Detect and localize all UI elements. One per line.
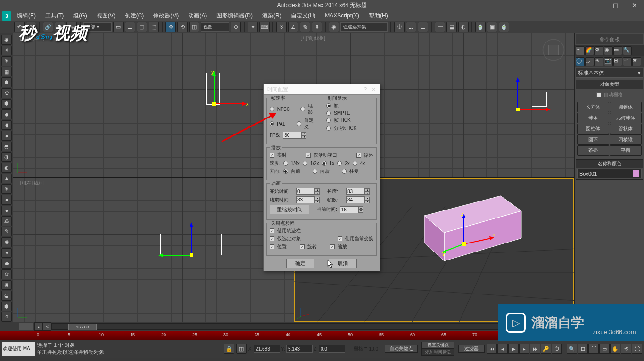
speed-2-radio[interactable]	[337, 161, 342, 166]
lt-icon[interactable]: ◒	[1, 291, 12, 301]
material-editor-button[interactable]: ◐	[458, 22, 469, 32]
next-frame-button[interactable]: ▸	[519, 344, 529, 354]
fps-spinner[interactable]: ▴▾	[283, 132, 306, 139]
menu-group[interactable]: 组(G)	[70, 11, 90, 21]
menu-view[interactable]: 视图(V)	[94, 11, 118, 21]
goto-end-button[interactable]: ⏭	[530, 344, 540, 354]
length-spinner[interactable]: ▴▾	[346, 188, 370, 195]
subtab-systems[interactable]: ✱	[632, 57, 641, 66]
tab-motion[interactable]: ◉	[604, 46, 613, 55]
ok-button[interactable]: 确定	[286, 259, 314, 268]
y-input[interactable]: 5.143	[286, 345, 313, 353]
loop-check[interactable]	[356, 153, 361, 158]
menu-customize[interactable]: 自定义(U)	[288, 11, 319, 21]
td-frames-radio[interactable]	[326, 103, 331, 108]
zoom-region-button[interactable]: ▭	[599, 344, 610, 354]
orbit-button[interactable]: ⟲	[621, 344, 631, 354]
render-frame-button[interactable]: ▣	[487, 22, 497, 32]
custom-radio[interactable]	[297, 121, 301, 126]
start-spinner[interactable]: ▴▾	[296, 188, 320, 195]
subtab-shapes[interactable]: ◡	[585, 57, 594, 66]
lt-icon[interactable]: ✦	[1, 248, 12, 258]
current-spinner[interactable]: ▴▾	[340, 206, 363, 213]
btn-teapot[interactable]: 茶壶	[577, 145, 609, 156]
move-button[interactable]: ✥	[165, 22, 176, 32]
x-input[interactable]: 21.683	[254, 345, 280, 353]
end-spinner[interactable]: ▴▾	[296, 196, 320, 203]
menu-edit[interactable]: 编辑(E)	[14, 11, 39, 21]
cancel-button[interactable]: 取消	[329, 259, 357, 268]
ref-coord-dropdown[interactable]: 视图	[201, 22, 229, 32]
lt-icon[interactable]: ⟳	[1, 269, 12, 279]
speed-12-radio[interactable]	[303, 161, 307, 166]
scale-button[interactable]: ◫	[189, 22, 199, 32]
speed-1-radio[interactable]	[322, 161, 327, 166]
lt-icon[interactable]: ◉	[1, 35, 12, 45]
subtab-geometry[interactable]: ◯	[576, 57, 585, 66]
btn-box[interactable]: 长方体	[577, 102, 609, 112]
tab-utilities[interactable]: 🔧	[623, 46, 632, 55]
tab-modify[interactable]: 🌈	[585, 46, 594, 55]
bind-button[interactable]: ◈	[66, 22, 77, 32]
dialog-titlebar[interactable]: 时间配置 ?✕	[264, 84, 380, 95]
menu-grapheditors[interactable]: 图形编辑器(D)	[214, 11, 256, 21]
move-gizmo-front[interactable]	[504, 76, 555, 118]
dir-fwd-radio[interactable]	[283, 169, 288, 174]
btn-torus[interactable]: 圆环	[577, 134, 609, 145]
lt-icon[interactable]: ⬬	[1, 259, 12, 269]
lt-icon[interactable]: ⬢	[1, 99, 12, 109]
isolate-icon[interactable]: ◫	[236, 344, 247, 354]
select-region-button[interactable]: ▢	[137, 22, 147, 32]
usetrack-check[interactable]	[270, 228, 274, 233]
autokey-button[interactable]: 自动关键点	[385, 345, 418, 353]
realtime-check[interactable]	[270, 153, 274, 158]
lt-icon[interactable]: ☗	[1, 77, 12, 87]
dialog-close-button[interactable]: ✕	[372, 86, 376, 92]
kscale-check[interactable]	[330, 244, 335, 249]
manipulate-button[interactable]: ✦	[248, 22, 258, 32]
btn-pyramid[interactable]: 四棱锥	[610, 134, 642, 145]
prev-frame-button[interactable]: ▸	[34, 322, 43, 331]
menu-maxscript[interactable]: MAXScript(X)	[322, 11, 362, 20]
tab-create[interactable]: ✦	[576, 46, 585, 55]
keyfilter-button[interactable]: 过滤器	[458, 345, 485, 353]
menu-modifiers[interactable]: 修改器(M)	[150, 11, 182, 21]
btn-plane[interactable]: 平面	[610, 145, 642, 156]
lt-icon[interactable]: ▲	[1, 174, 12, 184]
lt-icon[interactable]: ◓	[1, 142, 12, 151]
zoom-extents-button[interactable]: ⛶	[588, 344, 599, 354]
keyboard-button[interactable]: ⌨	[259, 22, 270, 32]
move-gizmo-left[interactable]	[155, 218, 206, 261]
render-button[interactable]: 🍵	[499, 22, 509, 32]
selonly-check[interactable]	[270, 236, 274, 241]
z-input[interactable]: 0.0	[319, 345, 345, 353]
lt-icon[interactable]: ⬮	[1, 120, 12, 130]
rescale-button[interactable]: 重缩放时间	[270, 205, 309, 214]
time-config-button[interactable]: ⏱	[552, 344, 562, 354]
link-button[interactable]: 🔗	[43, 22, 53, 32]
film-radio[interactable]	[300, 107, 305, 111]
angle-snap-button[interactable]: ∠	[288, 22, 298, 32]
move-gizmo-persp[interactable]: xzy	[436, 211, 502, 258]
lt-icon[interactable]: ❀	[1, 237, 12, 247]
align-button[interactable]: ☷	[406, 22, 416, 32]
ntsc-radio[interactable]	[270, 107, 274, 111]
named-sel-button[interactable]: ◉	[329, 22, 339, 32]
mirror-button[interactable]: ⏀	[394, 22, 405, 32]
subtab-spacewarps[interactable]: 〰	[623, 57, 632, 66]
rollout-header[interactable]: 对象类型	[576, 80, 643, 89]
move-gizmo-top[interactable]: xy	[206, 70, 253, 112]
maxvp-button[interactable]: ⛶	[632, 344, 642, 354]
goto-start-button[interactable]: ⏮	[487, 344, 497, 354]
pan-button[interactable]: ✋	[610, 344, 620, 354]
maxscript-listener[interactable]: 欢迎使用 MA	[2, 342, 35, 356]
lt-icon[interactable]: ✎	[1, 227, 12, 237]
speed-4-radio[interactable]	[353, 161, 357, 166]
menu-create[interactable]: 创建(C)	[122, 11, 147, 21]
autogrid-checkbox[interactable]	[596, 92, 601, 97]
geometry-type-dropdown[interactable]: 标准基本体▾	[576, 68, 643, 78]
dir-rev-radio[interactable]	[313, 169, 317, 174]
render-setup-button[interactable]: 🍵	[475, 22, 486, 32]
vp-layout-icon[interactable]	[19, 323, 33, 330]
play-button[interactable]: ▶	[508, 344, 519, 354]
